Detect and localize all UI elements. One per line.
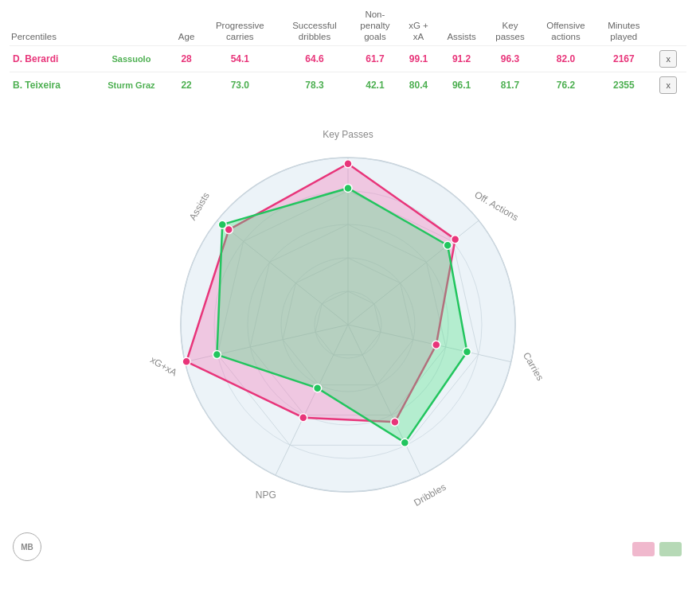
key-passes-header: Keypasses <box>486 6 534 46</box>
player-xg-xa: 80.4 <box>400 72 437 99</box>
svg-point-21 <box>432 341 440 349</box>
svg-text:xG+xA: xG+xA <box>148 354 178 378</box>
player-name: B. Teixeira <box>10 72 91 99</box>
svg-point-28 <box>463 349 471 357</box>
svg-text:Carries: Carries <box>521 351 545 383</box>
percentiles-header: Percentiles <box>10 6 172 46</box>
svg-point-23 <box>299 414 307 422</box>
logo-text: MB <box>21 543 33 552</box>
player-prog-carries: 73.0 <box>201 72 280 99</box>
svg-point-26 <box>344 185 352 193</box>
player-npg: 61.7 <box>350 46 400 72</box>
svg-point-27 <box>444 242 452 250</box>
player-prog-carries: 54.1 <box>201 46 280 72</box>
age-header: Age <box>172 6 201 46</box>
svg-point-32 <box>218 221 226 229</box>
svg-point-31 <box>213 351 221 359</box>
svg-text:Dribbles: Dribbles <box>412 481 448 509</box>
player-assists: 96.1 <box>437 72 486 99</box>
off-actions-header: Offensiveactions <box>534 6 597 46</box>
svg-text:Key Passes: Key Passes <box>323 130 373 141</box>
player-succ-drib: 78.3 <box>279 72 350 99</box>
table-section: Percentiles Age Progressivecarries Succe… <box>0 0 696 98</box>
svg-point-19 <box>344 160 352 168</box>
player-minutes: 2355 <box>597 72 651 99</box>
player-age: 28 <box>172 46 201 72</box>
legend-green <box>659 542 682 556</box>
legend-pink <box>632 542 655 556</box>
player-minutes: 2167 <box>597 46 651 72</box>
svg-text:NPG: NPG <box>256 489 276 501</box>
player-age: 22 <box>172 72 201 99</box>
succ-drib-header: Successfuldribbles <box>279 6 350 46</box>
player-name: D. Berardi <box>10 46 91 72</box>
percentiles-table: Percentiles Age Progressivecarries Succe… <box>10 6 686 98</box>
player-off-actions: 82.0 <box>534 46 597 72</box>
svg-point-22 <box>391 419 399 427</box>
svg-text:Assists: Assists <box>187 191 212 223</box>
svg-point-20 <box>452 236 459 244</box>
minutes-header: Minutesplayed <box>597 6 651 46</box>
svg-point-30 <box>314 384 322 392</box>
player-xg-xa: 99.1 <box>400 46 437 72</box>
remove-cell: x <box>651 46 686 72</box>
remove-button-0[interactable]: x <box>659 50 677 68</box>
radar-section: Key PassesOff. ActionsCarriesDribblesNPG… <box>0 106 696 567</box>
prog-carries-header: Progressivecarries <box>201 6 280 46</box>
svg-text:Off. Actions: Off. Actions <box>473 189 521 224</box>
xg-xa-header: xG +xA <box>400 6 437 46</box>
logo: MB <box>13 532 41 561</box>
player-succ-drib: 64.6 <box>279 46 350 72</box>
color-legend <box>632 542 682 556</box>
radar-chart: Key PassesOff. ActionsCarriesDribblesNPG… <box>77 106 619 536</box>
svg-point-29 <box>401 439 409 447</box>
player-assists: 91.2 <box>437 46 486 72</box>
player-key-passes: 96.3 <box>486 46 534 72</box>
remove-button-1[interactable]: x <box>659 76 677 94</box>
player-npg: 42.1 <box>350 72 400 99</box>
svg-point-24 <box>182 358 190 366</box>
team-name: Sturm Graz <box>91 72 171 99</box>
remove-cell: x <box>651 72 686 99</box>
player-key-passes: 81.7 <box>486 72 534 99</box>
player-off-actions: 76.2 <box>534 72 597 99</box>
assists-header: Assists <box>437 6 486 46</box>
npg-header: Non-penaltygoals <box>350 6 400 46</box>
team-name: Sassuolo <box>91 46 171 72</box>
remove-col-header <box>651 6 686 46</box>
